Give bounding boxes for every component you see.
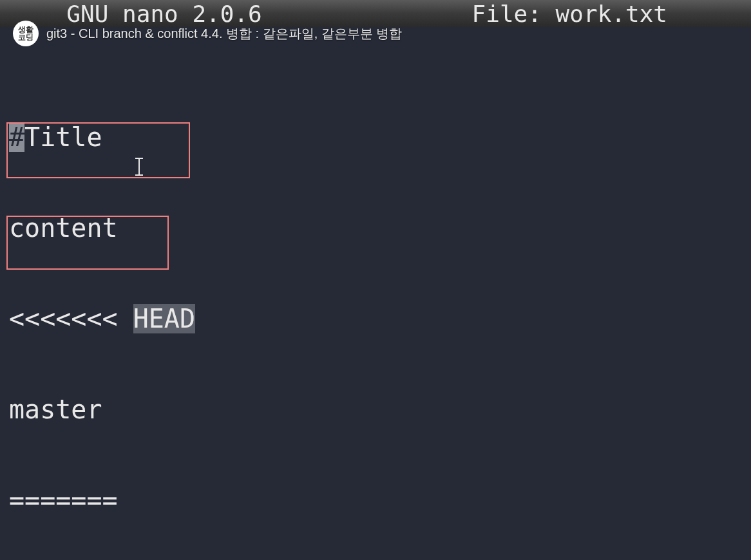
editor-line: #Title <box>9 122 751 153</box>
channel-avatar[interactable]: 생활 코딩 <box>13 21 39 46</box>
editor-line: ======= <box>9 485 751 516</box>
video-title[interactable]: git3 - CLI branch & conflict 4.4. 병합 : 같… <box>46 25 402 42</box>
editor-line: content <box>9 213 751 243</box>
cursor-char: # <box>9 122 24 152</box>
avatar-text-bottom: 코딩 <box>18 33 33 41</box>
video-overlay-bar: 생활 코딩 git3 - CLI branch & conflict 4.4. … <box>0 22 751 45</box>
editor-content[interactable]: #Title content <<<<<<< HEAD master =====… <box>9 27 751 560</box>
selected-text: HEAD <box>133 304 195 333</box>
editor-line: <<<<<<< HEAD <box>9 304 751 334</box>
editor-line: master <box>9 395 751 425</box>
